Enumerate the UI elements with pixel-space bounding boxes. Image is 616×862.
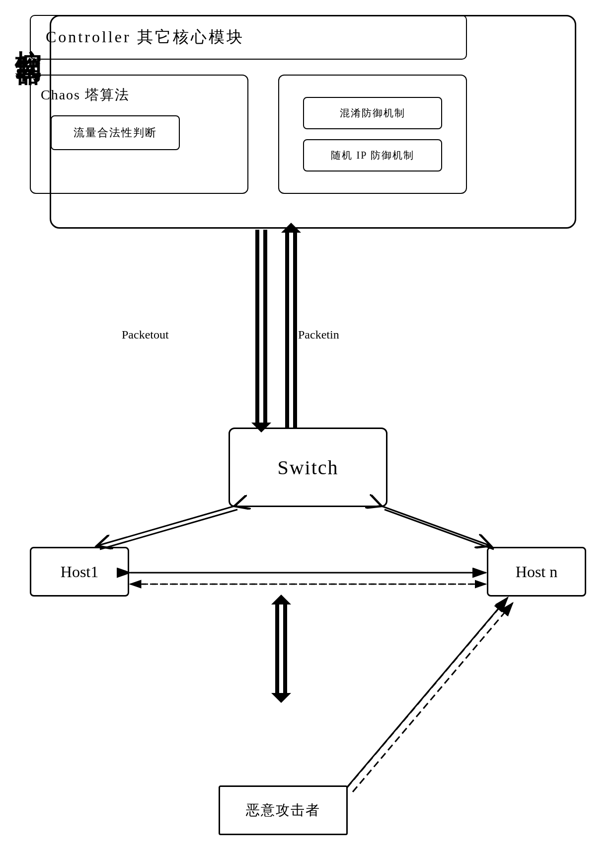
svg-marker-18: [271, 693, 291, 703]
attacker-box: 恶意攻击者: [219, 785, 348, 835]
diagram-container: 控制器 Controller 其它核心模块 Chaos 塔算法 流量合法性判断 …: [0, 0, 616, 862]
defense-text-1: 混淆防御机制: [340, 106, 405, 120]
svg-line-8: [97, 506, 234, 546]
defense-boxes-container: 混淆防御机制 随机 IP 防御机制: [278, 75, 467, 194]
svg-line-11: [385, 510, 494, 549]
host1-box: Host1: [30, 547, 129, 597]
flow-box: 流量合法性判断: [51, 115, 180, 150]
flow-text: 流量合法性判断: [74, 125, 157, 140]
controller-top-box: Controller 其它核心模块: [30, 15, 467, 60]
svg-line-10: [382, 506, 491, 546]
hostn-box: Host n: [487, 547, 586, 597]
svg-line-20: [353, 603, 513, 792]
chaos-label: Chaos 塔算法: [41, 86, 130, 104]
hostn-text: Host n: [516, 563, 557, 581]
controller-top-text: Controller 其它核心模块: [46, 26, 244, 48]
svg-line-9: [100, 510, 237, 549]
switch-text: Switch: [277, 456, 338, 479]
svg-line-21: [348, 598, 508, 786]
packetout-label: Packetout: [122, 328, 169, 342]
defense-text-2: 随机 IP 防御机制: [331, 149, 414, 162]
defense-box-2: 随机 IP 防御机制: [303, 139, 442, 172]
defense-box-1: 混淆防御机制: [303, 97, 442, 129]
attacker-text: 恶意攻击者: [246, 801, 320, 820]
svg-line-19: [347, 599, 507, 788]
host1-text: Host1: [61, 563, 98, 581]
svg-marker-17: [271, 595, 291, 604]
packetin-label: Packetin: [298, 328, 339, 342]
switch-box: Switch: [229, 428, 387, 507]
chaos-box: Chaos 塔算法 流量合法性判断: [30, 75, 248, 194]
